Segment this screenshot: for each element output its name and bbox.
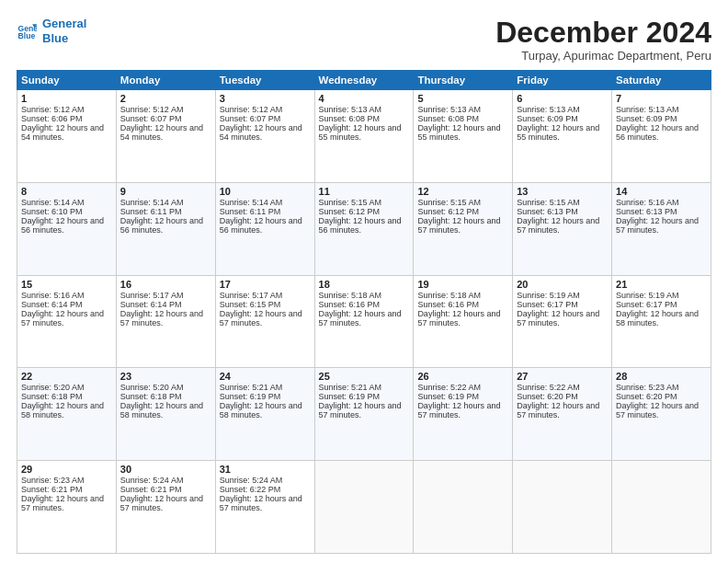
- page: General Blue General Blue December 2024 …: [0, 0, 728, 563]
- sunrise-label: Sunrise: 5:14 AM: [21, 198, 85, 207]
- table-row: 28 Sunrise: 5:23 AM Sunset: 6:20 PM Dayl…: [612, 368, 711, 461]
- sunset-label: Sunset: 6:08 PM: [417, 114, 479, 123]
- logo: General Blue General Blue: [17, 17, 86, 45]
- table-row: 21 Sunrise: 5:19 AM Sunset: 6:17 PM Dayl…: [612, 275, 711, 368]
- day-number: 31: [220, 464, 311, 475]
- sunset-label: Sunset: 6:12 PM: [417, 207, 479, 216]
- daylight-label: Daylight: 12 hours and 57 minutes.: [517, 216, 599, 235]
- table-row: 11 Sunrise: 5:15 AM Sunset: 6:12 PM Dayl…: [314, 182, 414, 275]
- sunset-label: Sunset: 6:13 PM: [517, 207, 578, 216]
- sunset-label: Sunset: 6:18 PM: [21, 392, 83, 401]
- daylight-label: Daylight: 12 hours and 56 minutes.: [220, 216, 302, 235]
- table-row: 30 Sunrise: 5:24 AM Sunset: 6:21 PM Dayl…: [116, 461, 215, 554]
- sunrise-label: Sunrise: 5:18 AM: [417, 291, 481, 300]
- table-row: 17 Sunrise: 5:17 AM Sunset: 6:15 PM Dayl…: [215, 275, 314, 368]
- daylight-label: Daylight: 12 hours and 57 minutes.: [517, 309, 599, 327]
- sunset-label: Sunset: 6:19 PM: [417, 392, 479, 401]
- day-number: 6: [517, 93, 608, 104]
- day-number: 29: [21, 464, 112, 475]
- table-row: 13 Sunrise: 5:15 AM Sunset: 6:13 PM Dayl…: [513, 182, 612, 275]
- daylight-label: Daylight: 12 hours and 58 minutes.: [616, 309, 699, 327]
- sunset-label: Sunset: 6:09 PM: [517, 114, 578, 123]
- logo-line1: General: [42, 17, 86, 30]
- daylight-label: Daylight: 12 hours and 55 minutes.: [319, 123, 402, 142]
- sunrise-label: Sunrise: 5:12 AM: [120, 105, 184, 114]
- daylight-label: Daylight: 12 hours and 56 minutes.: [21, 216, 104, 235]
- sunset-label: Sunset: 6:16 PM: [417, 300, 479, 309]
- day-number: 20: [517, 279, 608, 290]
- day-number: 5: [417, 93, 508, 104]
- day-number: 25: [319, 371, 410, 382]
- sunrise-label: Sunrise: 5:14 AM: [120, 198, 184, 207]
- day-number: 3: [220, 93, 311, 104]
- sunset-label: Sunset: 6:14 PM: [120, 300, 182, 309]
- calendar-week-row: 1 Sunrise: 5:12 AM Sunset: 6:06 PM Dayli…: [17, 90, 711, 183]
- logo-line2: Blue: [42, 31, 68, 45]
- sunrise-label: Sunrise: 5:13 AM: [319, 105, 382, 114]
- sunset-label: Sunset: 6:11 PM: [120, 207, 182, 216]
- calendar-week-row: 22 Sunrise: 5:20 AM Sunset: 6:18 PM Dayl…: [17, 368, 711, 461]
- table-row: 25 Sunrise: 5:21 AM Sunset: 6:19 PM Dayl…: [314, 368, 414, 461]
- col-monday: Monday: [116, 71, 215, 90]
- day-number: 1: [21, 93, 112, 104]
- table-row: 16 Sunrise: 5:17 AM Sunset: 6:14 PM Dayl…: [116, 275, 215, 368]
- table-row: [513, 461, 612, 554]
- sunset-label: Sunset: 6:10 PM: [21, 207, 83, 216]
- calendar-table: Sunday Monday Tuesday Wednesday Thursday…: [17, 70, 711, 554]
- table-row: [314, 461, 414, 554]
- col-friday: Friday: [513, 71, 612, 90]
- sunrise-label: Sunrise: 5:12 AM: [21, 105, 85, 114]
- table-row: 3 Sunrise: 5:12 AM Sunset: 6:07 PM Dayli…: [215, 90, 314, 183]
- sunset-label: Sunset: 6:19 PM: [319, 392, 381, 401]
- daylight-label: Daylight: 12 hours and 54 minutes.: [220, 123, 302, 142]
- sunset-label: Sunset: 6:18 PM: [120, 392, 182, 401]
- daylight-label: Daylight: 12 hours and 58 minutes.: [220, 401, 302, 419]
- day-number: 11: [319, 186, 410, 197]
- table-row: 5 Sunrise: 5:13 AM Sunset: 6:08 PM Dayli…: [414, 90, 513, 183]
- logo-icon: General Blue: [17, 21, 37, 41]
- sunset-label: Sunset: 6:21 PM: [21, 485, 83, 494]
- day-number: 21: [616, 279, 707, 290]
- day-number: 7: [616, 93, 707, 104]
- sunrise-label: Sunrise: 5:12 AM: [220, 105, 283, 114]
- sunrise-label: Sunrise: 5:14 AM: [220, 198, 283, 207]
- daylight-label: Daylight: 12 hours and 57 minutes.: [319, 309, 402, 327]
- day-number: 15: [21, 279, 112, 290]
- day-number: 30: [120, 464, 211, 475]
- sunset-label: Sunset: 6:20 PM: [517, 392, 578, 401]
- sunset-label: Sunset: 6:14 PM: [21, 300, 83, 309]
- sunrise-label: Sunrise: 5:13 AM: [616, 105, 679, 114]
- sunset-label: Sunset: 6:21 PM: [120, 485, 182, 494]
- col-thursday: Thursday: [414, 71, 513, 90]
- daylight-label: Daylight: 12 hours and 57 minutes.: [220, 309, 302, 327]
- sunset-label: Sunset: 6:11 PM: [220, 207, 281, 216]
- svg-text:Blue: Blue: [18, 30, 36, 40]
- day-number: 17: [220, 279, 311, 290]
- daylight-label: Daylight: 12 hours and 55 minutes.: [517, 123, 599, 142]
- day-number: 23: [120, 371, 211, 382]
- subtitle: Turpay, Apurimac Department, Peru: [495, 49, 711, 63]
- col-sunday: Sunday: [17, 71, 117, 90]
- day-number: 2: [120, 93, 211, 104]
- day-number: 4: [319, 93, 410, 104]
- col-wednesday: Wednesday: [314, 71, 414, 90]
- day-number: 10: [220, 186, 311, 197]
- daylight-label: Daylight: 12 hours and 56 minutes.: [319, 216, 402, 235]
- table-row: 23 Sunrise: 5:20 AM Sunset: 6:18 PM Dayl…: [116, 368, 215, 461]
- daylight-label: Daylight: 12 hours and 57 minutes.: [319, 401, 402, 419]
- table-row: 14 Sunrise: 5:16 AM Sunset: 6:13 PM Dayl…: [612, 182, 711, 275]
- logo-text: General Blue: [42, 17, 86, 45]
- table-row: 29 Sunrise: 5:23 AM Sunset: 6:21 PM Dayl…: [17, 461, 117, 554]
- daylight-label: Daylight: 12 hours and 57 minutes.: [417, 216, 500, 235]
- sunrise-label: Sunrise: 5:21 AM: [319, 383, 382, 392]
- daylight-label: Daylight: 12 hours and 55 minutes.: [417, 123, 500, 142]
- table-row: 22 Sunrise: 5:20 AM Sunset: 6:18 PM Dayl…: [17, 368, 117, 461]
- table-row: 4 Sunrise: 5:13 AM Sunset: 6:08 PM Dayli…: [314, 90, 414, 183]
- table-row: 10 Sunrise: 5:14 AM Sunset: 6:11 PM Dayl…: [215, 182, 314, 275]
- sunset-label: Sunset: 6:07 PM: [120, 114, 182, 123]
- day-number: 26: [417, 371, 508, 382]
- sunrise-label: Sunrise: 5:13 AM: [517, 105, 580, 114]
- daylight-label: Daylight: 12 hours and 57 minutes.: [417, 401, 500, 419]
- daylight-label: Daylight: 12 hours and 58 minutes.: [21, 401, 104, 419]
- sunset-label: Sunset: 6:12 PM: [319, 207, 381, 216]
